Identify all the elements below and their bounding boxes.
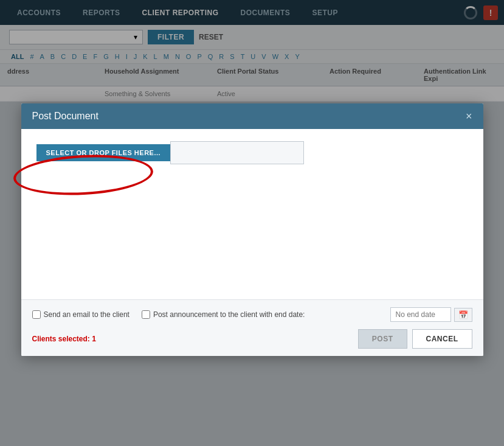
file-upload-area: SELECT OR DROP FILES HERE... bbox=[36, 141, 468, 164]
modal-footer: Send an email to the client Post announc… bbox=[21, 299, 483, 356]
clients-selected-label: Clients selected: 1 bbox=[32, 335, 96, 343]
action-buttons: POST CANCEL bbox=[358, 329, 472, 349]
send-email-checkbox[interactable] bbox=[32, 310, 41, 319]
end-date-input[interactable] bbox=[390, 307, 451, 322]
modal-header: Post Document × bbox=[21, 103, 483, 129]
calendar-icon[interactable]: 📅 bbox=[454, 308, 472, 322]
modal-body: SELECT OR DROP FILES HERE... bbox=[21, 129, 483, 299]
post-announcement-label: Post announcement to the client with end… bbox=[153, 310, 305, 319]
send-email-group: Send an email to the client bbox=[32, 310, 129, 319]
post-announcement-checkbox[interactable] bbox=[142, 310, 150, 319]
file-drop-zone[interactable] bbox=[170, 141, 304, 164]
modal-title: Post Document bbox=[32, 111, 98, 122]
send-email-label: Send an email to the client bbox=[44, 310, 129, 319]
post-announcement-group: Post announcement to the client with end… bbox=[142, 310, 305, 319]
end-date-group: 📅 bbox=[390, 307, 472, 322]
post-button[interactable]: POST bbox=[358, 329, 407, 349]
select-files-button[interactable]: SELECT OR DROP FILES HERE... bbox=[36, 144, 171, 161]
modal-close-button[interactable]: × bbox=[466, 111, 472, 122]
footer-actions: Clients selected: 1 POST CANCEL bbox=[32, 329, 472, 349]
modal-overlay: Post Document × SELECT OR DROP FILES HER… bbox=[0, 0, 504, 446]
cancel-button[interactable]: CANCEL bbox=[412, 329, 472, 349]
post-document-modal: Post Document × SELECT OR DROP FILES HER… bbox=[21, 103, 483, 356]
footer-options: Send an email to the client Post announc… bbox=[32, 307, 472, 322]
